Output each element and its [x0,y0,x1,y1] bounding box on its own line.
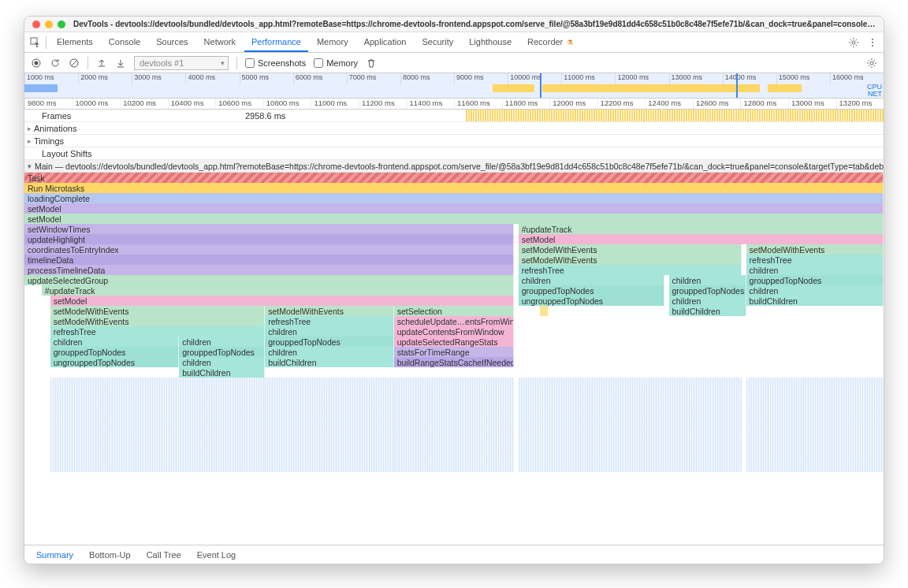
flame-children-l4[interactable]: children [179,357,265,367]
flame-smwe-l2[interactable]: setModelWithEvents [265,306,394,316]
flame-children-r3[interactable]: children [746,285,884,296]
flame-refresh-l[interactable]: refreshTree [265,316,394,326]
gear-icon[interactable] [847,35,861,50]
flame-grp-l[interactable]: grouppedTopNodes [265,337,394,347]
flame-microtasks[interactable]: Run Microtasks [24,183,884,193]
flame-schedupd[interactable]: scheduleUpdate…entsFromWindow [394,316,515,326]
screenshots-checkbox[interactable]: Screenshots [245,58,306,68]
flame-setmodel-r[interactable]: setModel [519,234,884,244]
flame-grp-r2[interactable]: grouppedTopNodes [519,285,664,296]
recording-selector[interactable]: devtools #1 [134,56,229,70]
svg-point-2 [872,39,873,40]
flame-smwe-l3[interactable]: setModelWithEvents [50,316,266,326]
trash-button[interactable] [366,58,377,69]
flame-buildch-r[interactable]: buildChildren [746,296,884,306]
minimize-icon[interactable] [45,20,53,28]
divider [87,57,88,69]
record-button[interactable] [31,58,42,69]
flame-children-l3[interactable]: children [265,347,394,357]
flame-children-l2b[interactable]: children [179,337,265,347]
btab-eventlog[interactable]: Event Log [190,547,244,563]
flame-smwe-r3[interactable]: setModelWithEvents [519,255,742,265]
flame-updatehl[interactable]: updateHighlight [24,234,514,244]
flame-processtl[interactable]: processTimelineData [24,265,514,275]
flame-grp-l2b[interactable]: grouppedTopNodes [179,347,265,357]
flame-coord[interactable]: coordinatesToEntryIndex [24,244,514,255]
perf-gear-icon[interactable] [866,58,877,69]
inspect-icon[interactable] [28,35,43,50]
flame-loading[interactable]: loadingComplete [24,193,884,203]
tab-memory[interactable]: Memory [310,33,355,52]
flame-children-l[interactable]: children [265,326,394,337]
flame-grp-l2[interactable]: grouppedTopNodes [50,347,180,357]
flame-children-r4[interactable]: children [669,296,746,306]
flame-children-r2[interactable]: children [519,275,664,285]
tab-recorder[interactable]: Recorder ⚗ [520,33,580,52]
flame-setmodel-l[interactable]: setModel [50,296,515,306]
flame-smwe-r1[interactable]: setModelWithEvents [519,244,742,255]
btab-bottomup[interactable]: Bottom-Up [82,547,138,563]
download-button[interactable] [115,58,126,69]
svg-point-3 [872,42,873,43]
tab-security[interactable]: Security [415,33,460,52]
flame-refresh-l2[interactable]: refreshTree [50,326,266,337]
frame-markers [466,110,884,121]
flame-setsel[interactable]: setSelection [394,306,515,316]
tab-elements[interactable]: Elements [50,33,100,52]
flame-ungrp-r[interactable]: ungrouppedTopNodes [519,296,664,306]
flame-task[interactable]: Task [24,173,884,183]
flame-chart[interactable]: Task Run Microtasks loadingComplete setM… [24,173,884,545]
flame-ungrp-l[interactable]: ungrouppedTopNodes [50,357,180,367]
flame-updselrange[interactable]: updateSelectedRangeStats [394,337,515,347]
btab-summary[interactable]: Summary [29,547,80,563]
main-thread-header[interactable]: Main — devtools://devtools/bundled/devto… [24,160,884,173]
flame-buildrange[interactable]: buildRangeStatsCacheIfNeeded [394,357,515,367]
flame-children-r2b[interactable]: children [669,275,746,285]
flame-grp-r2b[interactable]: grouppedTopNodes [669,285,746,296]
flame-setmodel2[interactable]: setModel [24,214,884,224]
tab-lighthouse[interactable]: Lighthouse [462,33,519,52]
performance-toolbar: devtools #1 Screenshots Memory [24,53,884,73]
reload-button[interactable] [50,58,61,69]
overview-timeline[interactable]: 1000 ms 2000 ms 3000 ms 4000 ms 5000 ms … [24,73,884,99]
flame-setwindowtimes[interactable]: setWindowTimes [24,224,514,234]
details-tabs: Summary Bottom-Up Call Tree Event Log [24,545,884,564]
upload-button[interactable] [96,58,107,69]
tab-sources[interactable]: Sources [149,33,195,52]
flame-smwe-l1[interactable]: setModelWithEvents [50,306,266,316]
track-frames[interactable]: Frames 2958.6 ms [24,110,884,122]
flame-updatetrack-r[interactable]: #updateTrack [519,224,884,234]
flame-refresh-r2[interactable]: refreshTree [519,265,742,275]
flame-setmodel[interactable]: setModel [24,203,884,214]
memory-checkbox[interactable]: Memory [314,58,358,68]
maximize-icon[interactable] [58,20,65,28]
flame-statsrange[interactable]: statsForTimeRange [394,347,515,357]
tab-network[interactable]: Network [197,33,243,52]
kebab-icon[interactable] [865,35,880,50]
flame-refresh-r[interactable]: refreshTree [746,255,884,265]
track-animations[interactable]: Animations [24,122,884,135]
tab-application[interactable]: Application [357,33,414,52]
overview-ticks: 1000 ms 2000 ms 3000 ms 4000 ms 5000 ms … [24,73,884,84]
flame-smwe-r2[interactable]: setModelWithEvents [746,244,884,255]
tab-console[interactable]: Console [102,33,147,52]
flame-children-r[interactable]: children [746,265,884,275]
btab-calltree[interactable]: Call Tree [140,547,188,563]
flame-children-l2[interactable]: children [50,337,180,347]
flame-updtrack[interactable]: #updateTrack [42,285,515,296]
flame-updcontents[interactable]: updateContentsFromWindow [394,326,515,337]
svg-point-6 [35,61,39,65]
flame-updselgrp[interactable]: updateSelectedGroup [24,275,514,285]
tab-performance[interactable]: Performance [244,33,308,52]
track-timings[interactable]: Timings [24,135,884,147]
flame-buildch-r2[interactable]: buildChildren [669,306,746,316]
flame-grp-r[interactable]: grouppedTopNodes [746,275,884,285]
flame-timelinedata[interactable]: timelineData [24,255,514,265]
overview-selection[interactable] [540,73,738,98]
time-ruler[interactable]: 9800 ms10000 ms10200 ms10400 ms10600 ms1… [24,99,884,110]
flame-buildch-l[interactable]: buildChildren [265,357,394,367]
clear-button[interactable] [69,58,80,69]
track-layout-shifts[interactable]: Layout Shifts [24,147,884,160]
close-icon[interactable] [32,20,40,28]
flame-buildch-l2[interactable]: buildChildren [179,367,265,378]
